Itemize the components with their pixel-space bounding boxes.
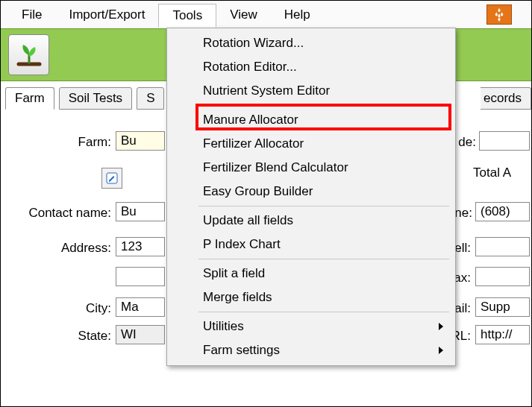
label-contact-name: Contact name: (1, 206, 111, 221)
farm-input[interactable] (116, 131, 165, 151)
address-input[interactable] (116, 237, 165, 256)
phone-input[interactable] (475, 202, 530, 221)
tools-dropdown: Rotation Wizard... Rotation Editor... Nu… (166, 28, 456, 366)
menu-separator (198, 105, 449, 106)
menu-p-index-chart[interactable]: P Index Chart (169, 233, 454, 256)
city-input[interactable] (116, 297, 165, 317)
menu-nutrient-system-editor[interactable]: Nutrient System Editor (169, 79, 454, 103)
tab-s-cut[interactable]: S (137, 87, 164, 110)
menu-rotation-wizard[interactable]: Rotation Wizard... (169, 31, 454, 55)
address2-input[interactable] (116, 267, 165, 286)
menubar: File Import/Export Tools View Help (1, 1, 531, 28)
state-input[interactable] (116, 325, 165, 344)
app-logo-icon (8, 34, 49, 75)
tab-soil-tests[interactable]: Soil Tests (59, 87, 132, 110)
menu-help[interactable]: Help (271, 3, 324, 27)
menu-merge-fields[interactable]: Merge fields (169, 285, 454, 309)
contact-name-input[interactable] (116, 202, 165, 221)
edit-farm-button[interactable] (101, 168, 122, 189)
menu-fertilizer-blend-calculator[interactable]: Fertilizer Blend Calculator (169, 156, 454, 180)
de-input[interactable] (479, 131, 530, 151)
cell-input[interactable] (475, 237, 530, 256)
menu-manure-allocator[interactable]: Manure Allocator (169, 108, 454, 132)
menu-split-field[interactable]: Split a field (169, 262, 454, 285)
submenu-arrow-icon (439, 323, 443, 330)
menu-view[interactable]: View (216, 3, 271, 27)
menu-fertilizer-allocator[interactable]: Fertilizer Allocator (169, 132, 454, 156)
menu-tools[interactable]: Tools (158, 4, 216, 28)
label-address: Address: (1, 241, 111, 256)
tab-farm[interactable]: Farm (5, 87, 54, 110)
submenu-arrow-icon (439, 347, 443, 354)
menu-farm-settings[interactable]: Farm settings (169, 338, 454, 362)
label-total-a: Total A (473, 165, 532, 180)
menu-import-export[interactable]: Import/Export (55, 3, 158, 27)
menu-utilities[interactable]: Utilities (169, 315, 454, 338)
wheat-icon[interactable] (486, 4, 512, 25)
email-input[interactable] (475, 297, 530, 317)
label-city: City: (1, 301, 111, 316)
menu-easy-group-builder[interactable]: Easy Group Builder (169, 180, 454, 204)
menu-rotation-editor[interactable]: Rotation Editor... (169, 55, 454, 79)
tab-records-cut[interactable]: ecords (481, 87, 531, 110)
label-state: State: (1, 329, 111, 344)
label-farm: Farm: (1, 135, 111, 150)
menu-separator (198, 206, 449, 206)
menu-file[interactable]: File (8, 3, 55, 27)
menu-separator (198, 259, 449, 259)
fax-input[interactable] (475, 267, 530, 286)
url-input[interactable] (475, 325, 530, 344)
menu-update-all-fields[interactable]: Update all fields (169, 209, 454, 233)
menu-separator (198, 312, 449, 312)
